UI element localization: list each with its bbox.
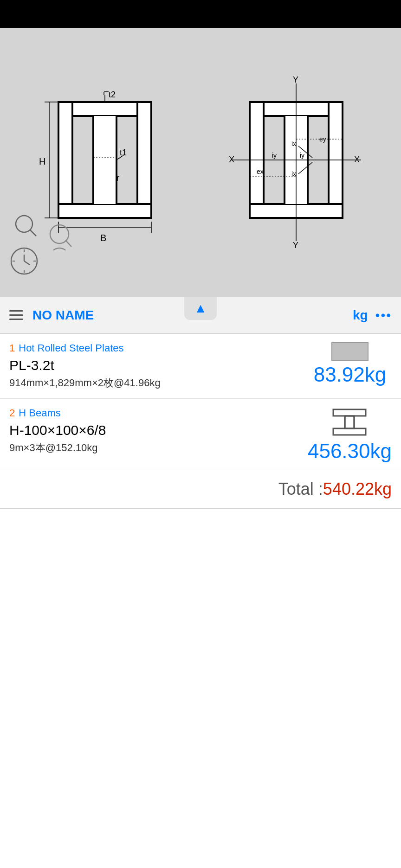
svg-rect-65 bbox=[333, 428, 366, 435]
svg-rect-66 bbox=[345, 416, 354, 428]
diagram-left: t2 t1 r H B bbox=[35, 74, 175, 250]
svg-text:ix: ix bbox=[291, 140, 296, 147]
item-number-1: 1 bbox=[9, 342, 15, 354]
plate-icon bbox=[331, 342, 369, 361]
item-number-2: 2 bbox=[9, 407, 15, 419]
item-category-2[interactable]: H Beams bbox=[19, 407, 60, 419]
search-icon[interactable] bbox=[14, 214, 39, 241]
svg-rect-64 bbox=[333, 409, 366, 416]
svg-rect-2 bbox=[137, 102, 151, 218]
item-weight-2: 456.30kg bbox=[308, 441, 392, 461]
more-button[interactable]: ••• bbox=[375, 308, 392, 323]
empty-area bbox=[0, 509, 401, 833]
clock-icon[interactable] bbox=[9, 246, 39, 278]
list-item-2: 2 H Beams H-100×100×6/8 9m×3本@152.10kg 4… bbox=[0, 399, 401, 470]
svg-text:H: H bbox=[39, 156, 45, 166]
item-right-1: 83.92kg bbox=[308, 342, 392, 385]
svg-text:X: X bbox=[354, 155, 360, 164]
svg-line-24 bbox=[65, 240, 71, 247]
menu-button[interactable] bbox=[9, 310, 23, 320]
svg-text:B: B bbox=[100, 233, 106, 243]
svg-text:X: X bbox=[229, 155, 234, 164]
svg-rect-3 bbox=[58, 204, 151, 218]
svg-line-56 bbox=[30, 230, 36, 236]
item-left-2: 2 H Beams H-100×100×6/8 9m×3本@152.10kg bbox=[9, 407, 308, 455]
item-header-1: 1 Hot Rolled Steel Plates bbox=[9, 342, 299, 354]
item-right-2: 456.30kg bbox=[308, 407, 392, 461]
svg-rect-1 bbox=[58, 102, 72, 218]
status-bar bbox=[0, 0, 401, 28]
item-spec-1: PL-3.2t bbox=[9, 356, 299, 374]
toolbar-right: kg ••• bbox=[353, 308, 392, 323]
svg-text:r: r bbox=[116, 173, 119, 183]
list-item: 1 Hot Rolled Steel Plates PL-3.2t 914mm×… bbox=[0, 334, 401, 399]
item-detail-1: 914mm×1,829mm×2枚@41.96kg bbox=[9, 376, 299, 390]
item-header-2: 2 H Beams bbox=[9, 407, 298, 419]
content-area: 1 Hot Rolled Steel Plates PL-3.2t 914mm×… bbox=[0, 334, 401, 833]
svg-point-25 bbox=[50, 248, 69, 250]
svg-text:iy: iy bbox=[272, 152, 277, 159]
toolbar-left: NO NAME bbox=[9, 308, 94, 323]
svg-text:ix: ix bbox=[291, 170, 296, 178]
diagram-area: t2 t1 r H B bbox=[0, 28, 401, 297]
svg-line-59 bbox=[24, 261, 30, 265]
diagram-container: t2 t1 r H B bbox=[0, 28, 401, 297]
total-row: Total :540.22kg bbox=[0, 470, 401, 509]
svg-text:ex: ex bbox=[257, 168, 264, 175]
item-weight-1: 83.92kg bbox=[314, 364, 387, 385]
total-text: Total :540.22kg bbox=[278, 479, 392, 498]
item-left-1: 1 Hot Rolled Steel Plates PL-3.2t 914mm×… bbox=[9, 342, 308, 390]
total-value: 540.22kg bbox=[323, 479, 392, 498]
diagram-right: Y Y X X iy iy ix ix ey ex bbox=[226, 74, 366, 250]
toolbar: NO NAME kg ••• bbox=[0, 297, 401, 334]
svg-text:t2: t2 bbox=[109, 90, 116, 99]
svg-text:Y: Y bbox=[293, 241, 298, 250]
total-label: Total : bbox=[278, 479, 323, 498]
svg-text:Y: Y bbox=[293, 75, 298, 84]
item-spec-2: H-100×100×6/8 bbox=[9, 421, 298, 439]
collapse-button[interactable] bbox=[184, 297, 217, 320]
unit-label: kg bbox=[353, 308, 368, 323]
item-detail-2: 9m×3本@152.10kg bbox=[9, 441, 298, 455]
item-category-1[interactable]: Hot Rolled Steel Plates bbox=[19, 342, 123, 354]
svg-text:iy: iy bbox=[300, 152, 304, 159]
svg-rect-4 bbox=[93, 116, 116, 204]
toolbar-center bbox=[184, 297, 217, 333]
project-title[interactable]: NO NAME bbox=[32, 308, 94, 323]
hbeam-icon bbox=[331, 407, 368, 437]
